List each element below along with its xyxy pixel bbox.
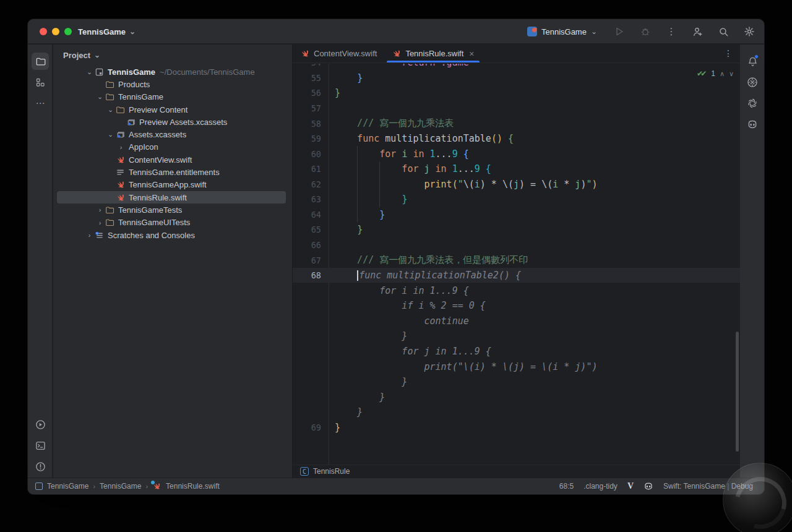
folder-icon xyxy=(105,218,116,228)
tab-contentview-swift[interactable]: ContentView.swift xyxy=(293,45,384,62)
code-line-55[interactable]: 55 } xyxy=(293,71,740,86)
chevron-down-icon[interactable]: ⌄ xyxy=(95,93,105,101)
tree-item-assets-xcassets[interactable]: ⌄Assets.xcassets xyxy=(53,128,292,140)
swift-icon xyxy=(116,155,126,165)
next-problem-icon[interactable]: ∨ xyxy=(729,70,734,78)
tree-item-tennisgame[interactable]: ⌄TennisGame~/Documents/TennisGame xyxy=(53,66,292,78)
debug-button[interactable] xyxy=(639,25,652,38)
code-line-63[interactable]: 63 } xyxy=(293,192,740,207)
caret-position[interactable]: 68:5 xyxy=(559,482,574,491)
project-toolwindow-button[interactable] xyxy=(32,53,49,70)
code-line-58[interactable]: 58 /// 寫一個九九乘法表 xyxy=(293,116,740,131)
structure-toolwindow-button[interactable] xyxy=(32,74,49,91)
language-mode[interactable]: Swift: TennisGame | Debug xyxy=(663,482,753,491)
tree-item-tennisgametests[interactable]: ›TennisGameTests xyxy=(53,204,292,216)
project-panel-header[interactable]: Project ⌄ xyxy=(53,45,292,66)
code-line-61[interactable]: 61 for j in 1...9 { xyxy=(293,161,740,177)
chevron-down-icon[interactable]: ⌄ xyxy=(105,131,116,139)
folder-icon xyxy=(105,79,116,89)
crumb-project[interactable]: TennisGame xyxy=(47,482,88,491)
close-window-button[interactable] xyxy=(40,28,47,35)
code-line-57[interactable]: 57 xyxy=(293,101,740,116)
code-line-65[interactable]: 65 } xyxy=(293,222,740,238)
clang-tidy-status[interactable]: .clang-tidy xyxy=(583,482,618,491)
code-line-60[interactable]: 60 for i in 1...9 { xyxy=(293,146,740,161)
squares-icon xyxy=(35,77,45,87)
prev-problem-icon[interactable]: ∧ xyxy=(720,70,725,78)
project-title-menu[interactable]: TennisGame ⌄ xyxy=(78,19,136,44)
code-line-ghost[interactable]: continue xyxy=(293,314,740,329)
code-line-ghost[interactable]: for j in 1...9 { xyxy=(293,344,740,359)
tree-item-contentview-swift[interactable]: ContentView.swift xyxy=(53,153,292,166)
terminal-toolwindow-button[interactable] xyxy=(32,437,49,454)
tree-item-preview-content[interactable]: ⌄Preview Content xyxy=(53,103,292,116)
tab-tennisrule-swift[interactable]: TennisRule.swift × xyxy=(384,45,481,62)
code-line-68[interactable]: 68 func multiplicationTable2() { xyxy=(293,268,740,283)
tree-item-scratches-and-consoles[interactable]: ›Scratches and Consoles xyxy=(53,229,292,241)
search-everywhere-button[interactable] xyxy=(717,25,730,38)
run-toolwindow-button[interactable] xyxy=(32,416,49,433)
statusbar: TennisGame › TennisGame › TennisRule.swi… xyxy=(28,478,764,494)
tree-item-preview-assets-xcassets[interactable]: Preview Assets.xcassets xyxy=(53,116,292,128)
notifications-button[interactable] xyxy=(744,53,761,70)
chevron-right-icon[interactable]: › xyxy=(95,219,105,226)
vim-plugin-icon[interactable]: V xyxy=(627,481,634,491)
more-actions-button[interactable]: ⋮ xyxy=(665,25,678,38)
problems-toolwindow-button[interactable] xyxy=(32,458,49,475)
code-text: for j in 1...9 { xyxy=(335,163,491,174)
code-line-ghost[interactable]: } xyxy=(293,405,740,420)
code-text: } xyxy=(335,422,340,433)
tree-item-label: TennisGameUITests xyxy=(118,218,190,227)
code-line-56[interactable]: 56} xyxy=(293,85,740,101)
line-number: 58 xyxy=(293,116,321,131)
ai-assistant-toolwindow-button[interactable] xyxy=(744,74,761,91)
chatgpt-toolwindow-button[interactable] xyxy=(744,95,761,112)
titlebar: TennisGame ⌄ TennisGame ⌄ ⋮ xyxy=(28,19,764,44)
run-button[interactable] xyxy=(613,25,626,38)
code-line-62[interactable]: 62 print("\(i) * \(j) = \(i * j)") xyxy=(293,177,740,192)
chevron-right-icon[interactable]: › xyxy=(95,206,105,213)
code-line-59[interactable]: 59 func multiplicationTable() { xyxy=(293,131,740,147)
breadcrumb-class[interactable]: TennisRule xyxy=(313,467,350,476)
zoom-window-button[interactable] xyxy=(64,28,72,35)
minimize-window-button[interactable] xyxy=(52,28,59,35)
tree-item-tennisgame[interactable]: ⌄TennisGame xyxy=(53,91,292,103)
line-number xyxy=(293,389,321,405)
code-with-me-button[interactable] xyxy=(691,25,704,38)
chevron-right-icon[interactable]: › xyxy=(116,144,126,151)
editor-scrollbar[interactable] xyxy=(736,332,739,452)
copilot-status-icon[interactable] xyxy=(644,481,653,491)
code-line-64[interactable]: 64 } xyxy=(293,207,740,223)
code-line-54[interactable]: 54 return .game xyxy=(293,64,740,71)
tree-item-tennisgameuitests[interactable]: ›TennisGameUITests xyxy=(53,217,292,229)
tree-item-appicon[interactable]: ›AppIcon xyxy=(53,141,292,153)
code-line-ghost[interactable]: print("\(i) * \(j) = \(i * j)") xyxy=(293,359,740,374)
tree-item-tennisgame-entitlements[interactable]: TennisGame.entitlements xyxy=(53,166,292,178)
tree-item-tennisrule-swift[interactable]: TennisRule.swift xyxy=(53,191,292,204)
modified-dot xyxy=(151,481,155,484)
settings-button[interactable] xyxy=(743,25,755,38)
project-tree: ⌄TennisGame~/Documents/TennisGameProduct… xyxy=(53,66,292,241)
editor-body[interactable]: 54 return .game55 }56}5758 /// 寫一個九九乘法表5… xyxy=(293,64,740,491)
code-line-69[interactable]: 69} xyxy=(293,420,740,435)
code-line-ghost[interactable]: } xyxy=(293,389,740,405)
inspection-widget[interactable]: ✔✔ 1 ∧ ∨ xyxy=(697,69,734,78)
tree-item-products[interactable]: Products xyxy=(53,78,292,90)
run-configuration-select[interactable]: TennisGame ⌄ xyxy=(527,27,597,36)
editor-options-button[interactable]: ⋮ xyxy=(723,48,734,58)
close-tab-icon[interactable]: × xyxy=(469,49,474,59)
chevron-down-icon[interactable]: ⌄ xyxy=(105,106,116,114)
copilot-toolwindow-button[interactable] xyxy=(744,116,761,133)
chevron-down-icon[interactable]: ⌄ xyxy=(84,68,95,76)
tree-item-tennisgameapp-swift[interactable]: TennisGameApp.swift xyxy=(53,179,292,191)
chevron-right-icon[interactable]: › xyxy=(84,231,95,239)
code-line-ghost[interactable]: if i % 2 == 0 { xyxy=(293,298,740,314)
more-toolwindows-button[interactable]: ⋯ xyxy=(32,95,49,112)
code-line-ghost[interactable]: for i in 1...9 { xyxy=(293,283,740,298)
code-line-ghost[interactable]: } xyxy=(293,374,740,390)
code-line-67[interactable]: 67 /// 寫一個九九乘法表，但是偶數列不印 xyxy=(293,252,740,268)
crumb-file[interactable]: TennisRule.swift xyxy=(166,482,220,491)
crumb-group[interactable]: TennisGame xyxy=(100,482,141,491)
code-line-66[interactable]: 66 xyxy=(293,238,740,253)
code-line-ghost[interactable]: } xyxy=(293,328,740,344)
